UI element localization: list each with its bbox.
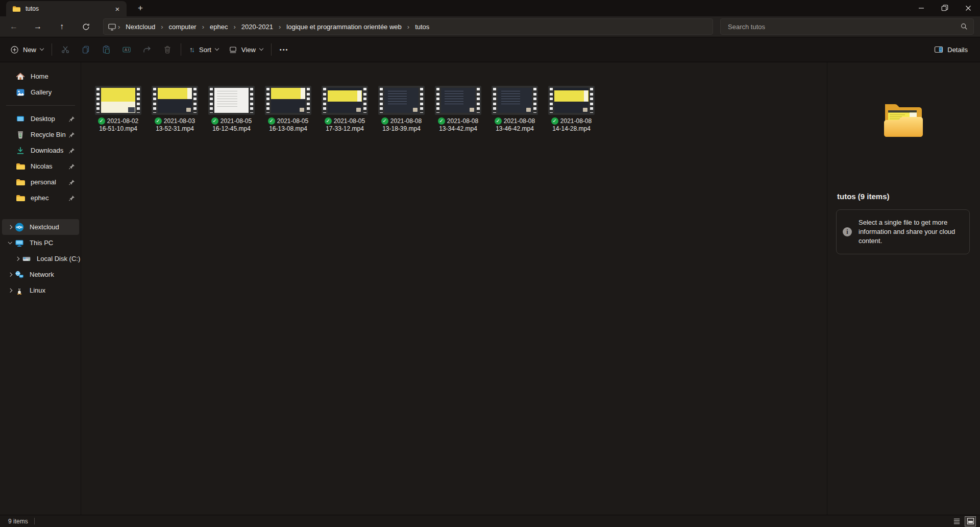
network-icon (14, 270, 24, 279)
address-bar[interactable]: › Nextcloud › computer › ephec › 2020-20… (103, 18, 713, 35)
sort-arrows-icon: ↑↓ (189, 45, 195, 54)
details-view-toggle[interactable] (951, 516, 962, 526)
view-toggle-group (951, 516, 976, 526)
file-item[interactable]: ✓ 2021-08-03 13-52-31.mp4 (149, 86, 201, 132)
info-icon: i (843, 227, 852, 236)
restore-button[interactable] (933, 0, 957, 16)
search-icon[interactable] (960, 22, 968, 31)
sort-button[interactable]: ↑↓ Sort (184, 40, 224, 59)
sidebar-item-ephec[interactable]: ephec (2, 190, 79, 206)
gallery-icon (15, 88, 26, 97)
more-options-button[interactable]: ••• (275, 40, 294, 59)
sidebar-item-this-pc[interactable]: This PC (2, 235, 79, 251)
chevron-right-icon[interactable] (6, 226, 14, 229)
status-separator (34, 518, 35, 524)
video-thumbnail (378, 86, 425, 115)
files-row: ✓ 2021-08-02 16-51-10.mp4 ✓ 2021-08-03 1… (92, 86, 827, 132)
sidebar-item-desktop[interactable]: Desktop (2, 111, 79, 127)
info-box: i Select a single file to get more infor… (836, 209, 970, 254)
sidebar-gap (0, 206, 81, 219)
sidebar-item-linux[interactable]: Linux (2, 282, 79, 298)
tab-title: tutos (26, 5, 111, 12)
breadcrumb-separator: › (232, 23, 237, 31)
chevron-right-icon[interactable] (6, 273, 14, 276)
chevron-down-icon[interactable] (6, 242, 14, 244)
rename-button[interactable] (116, 40, 137, 59)
new-button[interactable]: New (5, 40, 48, 59)
new-tab-button[interactable]: + (133, 1, 148, 16)
file-name-line1: 2021-08-08 (560, 117, 592, 125)
search-box[interactable]: Search tutos (720, 18, 974, 35)
copy-button[interactable] (76, 40, 96, 59)
folder-icon (15, 195, 26, 202)
sidebar-item-nicolas[interactable]: Nicolas (2, 158, 79, 174)
sync-ok-badge: ✓ (211, 117, 218, 125)
back-button[interactable]: ← (5, 18, 22, 35)
file-item[interactable]: ✓ 2021-08-08 13-18-39.mp4 (375, 86, 428, 132)
file-name-line1: 2021-08-05 (220, 117, 252, 125)
chevron-down-icon (259, 46, 263, 51)
sidebar-item-nextcloud[interactable]: Nextcloud (2, 219, 79, 235)
file-name-line1: 2021-08-08 (504, 117, 535, 125)
up-button[interactable]: ↑ (53, 18, 70, 35)
refresh-button[interactable] (77, 18, 94, 35)
sidebar-item-personal[interactable]: personal (2, 174, 79, 190)
sidebar-item-network[interactable]: Network (2, 267, 79, 282)
breadcrumb-item-tutos[interactable]: tutos (411, 21, 433, 32)
file-name-line2: 16-13-08.mp4 (269, 125, 307, 132)
breadcrumb-item-computer[interactable]: computer (165, 21, 201, 32)
sidebar-separator (6, 105, 75, 106)
paste-button[interactable] (96, 40, 116, 59)
chevron-right-icon[interactable] (13, 257, 21, 260)
file-name-line2: 14-14-28.mp4 (552, 125, 591, 132)
tab-close-icon[interactable]: × (111, 3, 124, 15)
minimize-button[interactable] (910, 0, 933, 16)
this-pc-icon (14, 238, 24, 248)
status-bar: 9 items (0, 515, 980, 527)
file-item[interactable]: ✓ 2021-08-05 16-12-45.mp4 (205, 86, 258, 132)
thumbnail-view-toggle[interactable] (965, 516, 976, 526)
sidebar-item-home[interactable]: Home (2, 68, 79, 84)
file-item[interactable]: ✓ 2021-08-05 17-33-12.mp4 (318, 86, 371, 132)
delete-button[interactable] (157, 40, 178, 59)
file-item[interactable]: ✓ 2021-08-05 16-13-08.mp4 (262, 86, 314, 132)
file-item[interactable]: ✓ 2021-08-08 13-34-42.mp4 (432, 86, 484, 132)
chevron-right-icon[interactable] (6, 289, 14, 292)
breadcrumb-item-2020-2021[interactable]: 2020-2021 (237, 21, 277, 32)
sidebar-item-local-disk[interactable]: Local Disk (C:) (2, 251, 79, 267)
info-text: Select a single file to get more informa… (859, 218, 963, 246)
tab-tutos[interactable]: tutos × (6, 1, 127, 16)
folder-icon (15, 163, 26, 170)
file-item[interactable]: ✓ 2021-08-02 16-51-10.mp4 (92, 86, 144, 132)
pin-icon (68, 131, 75, 138)
forward-button[interactable]: → (29, 18, 46, 35)
file-list-area[interactable]: ✓ 2021-08-02 16-51-10.mp4 ✓ 2021-08-03 1… (81, 62, 827, 515)
breadcrumb-item-ephec[interactable]: ephec (206, 21, 232, 32)
search-placeholder: Search tutos (728, 23, 960, 31)
sidebar-item-label: Downloads (31, 147, 63, 154)
breadcrumb-item-logique[interactable]: logique et programmation orientée web (282, 21, 405, 32)
sidebar-item-label: Gallery (31, 88, 52, 96)
chevron-down-icon (215, 46, 219, 51)
sidebar-item-recycle-bin[interactable]: Recycle Bin (2, 127, 79, 142)
details-pane-button[interactable]: Details (929, 40, 973, 59)
downloads-icon (15, 146, 26, 155)
share-button[interactable] (137, 40, 157, 59)
video-thumbnail (322, 86, 368, 115)
toolbar-separator (181, 43, 181, 56)
sidebar-item-gallery[interactable]: Gallery (2, 84, 79, 100)
cut-button[interactable] (55, 40, 76, 59)
breadcrumb-item-nextcloud[interactable]: Nextcloud (121, 21, 159, 32)
pin-icon (68, 179, 75, 185)
file-name-line1: 2021-08-08 (390, 117, 422, 125)
close-button[interactable] (957, 0, 980, 16)
video-thumbnail (492, 86, 538, 115)
sidebar-item-label: Nextcloud (30, 223, 59, 231)
view-button[interactable]: View (224, 40, 268, 59)
file-item[interactable]: ✓ 2021-08-08 14-14-28.mp4 (545, 86, 598, 132)
file-name-line2: 13-52-31.mp4 (156, 125, 194, 132)
file-item[interactable]: ✓ 2021-08-08 13-46-42.mp4 (488, 86, 541, 132)
file-name-line1: 2021-08-02 (107, 117, 138, 125)
sort-button-label: Sort (199, 46, 211, 54)
sidebar-item-downloads[interactable]: Downloads (2, 142, 79, 158)
